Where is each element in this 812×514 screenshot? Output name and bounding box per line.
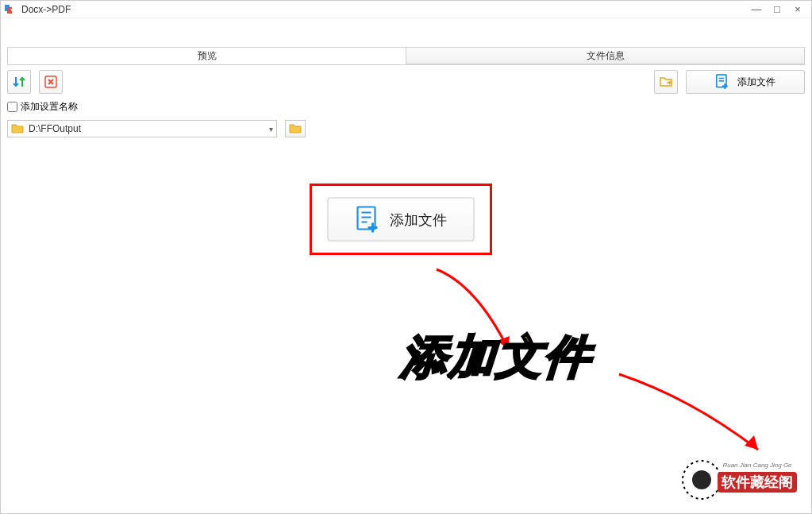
- folder-icon: [11, 123, 24, 134]
- add-settings-name-label: 添加设置名称: [21, 100, 78, 114]
- close-button[interactable]: ×: [787, 3, 808, 15]
- browse-folder-button[interactable]: [285, 120, 306, 137]
- add-settings-name-checkbox[interactable]: [7, 102, 17, 112]
- tab-preview[interactable]: 预览: [7, 47, 406, 64]
- annotation-highlight-box: 添加文件: [310, 184, 492, 255]
- folder-export-icon: [659, 75, 673, 89]
- app-window: Docx->PDF — □ × 预览 文件信息: [0, 0, 812, 514]
- folder-icon: [289, 123, 302, 134]
- settings-name-row: 添加设置名称: [7, 100, 805, 114]
- titlebar: Docx->PDF — □ ×: [1, 1, 811, 18]
- window-title: Docx->PDF: [21, 4, 71, 15]
- add-file-button-small[interactable]: 添加文件: [686, 70, 805, 94]
- output-path-text: D:\FFOutput: [29, 123, 269, 134]
- remove-button[interactable]: [39, 70, 63, 94]
- annotation-text: 添加文件: [398, 327, 593, 388]
- annotation-arrow-2: [611, 366, 770, 462]
- add-file-button[interactable]: 添加文件: [328, 198, 475, 242]
- output-path-combo[interactable]: D:\FFOutput ▾: [7, 120, 277, 137]
- svg-rect-1: [7, 7, 12, 14]
- add-file-small-label: 添加文件: [737, 75, 775, 89]
- sort-icon: [12, 75, 26, 89]
- minimize-button[interactable]: —: [746, 3, 767, 15]
- document-add-icon: [355, 205, 380, 234]
- chevron-down-icon: ▾: [269, 125, 273, 133]
- tabs: 预览 文件信息: [7, 47, 805, 64]
- export-folder-button[interactable]: [654, 70, 678, 94]
- output-path-row: D:\FFOutput ▾: [7, 120, 805, 137]
- tab-file-info[interactable]: 文件信息: [406, 47, 805, 64]
- app-icon: [4, 3, 17, 16]
- remove-icon: [44, 75, 58, 89]
- maximize-button[interactable]: □: [767, 3, 787, 15]
- add-file-label: 添加文件: [390, 210, 447, 229]
- preview-panel: 添加文件 添加文件: [7, 64, 805, 65]
- document-add-icon: [715, 74, 729, 90]
- sort-button[interactable]: [7, 70, 31, 94]
- toolbar: 添加文件: [7, 70, 805, 94]
